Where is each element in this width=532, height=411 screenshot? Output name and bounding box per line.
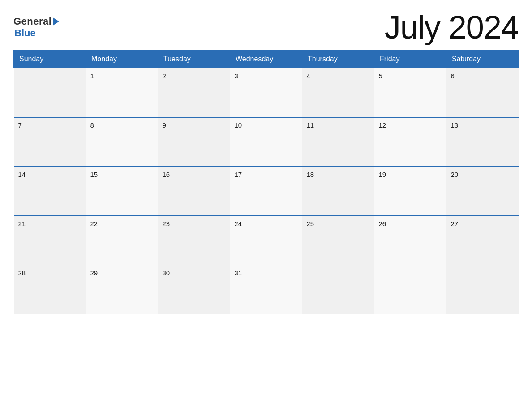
day-number: 9 bbox=[163, 121, 166, 129]
calendar-day-cell: 2 bbox=[158, 68, 230, 117]
day-number: 26 bbox=[379, 220, 386, 227]
calendar-day-cell: 26 bbox=[374, 216, 446, 265]
calendar-day-cell: 29 bbox=[86, 265, 158, 314]
calendar-day-cell: 25 bbox=[302, 216, 374, 265]
day-number: 6 bbox=[451, 72, 455, 80]
calendar-day-cell: 28 bbox=[14, 265, 86, 314]
day-number: 2 bbox=[163, 72, 166, 80]
day-number: 25 bbox=[307, 220, 314, 227]
day-number: 8 bbox=[90, 121, 94, 129]
logo-blue-row: Blue bbox=[13, 27, 36, 39]
day-number: 24 bbox=[235, 220, 242, 227]
day-number: 30 bbox=[163, 269, 170, 277]
header-monday: Monday bbox=[86, 51, 158, 68]
calendar-day-cell: 23 bbox=[158, 216, 230, 265]
logo-general-text: General bbox=[13, 16, 51, 27]
day-number: 15 bbox=[90, 171, 98, 178]
calendar-day-cell: 15 bbox=[86, 167, 158, 216]
calendar-day-cell bbox=[446, 265, 519, 314]
day-number: 21 bbox=[18, 220, 26, 227]
day-number: 20 bbox=[451, 171, 459, 178]
day-number: 17 bbox=[235, 171, 242, 178]
calendar-day-cell: 4 bbox=[302, 68, 374, 117]
calendar-day-cell: 24 bbox=[230, 216, 302, 265]
calendar-day-cell: 9 bbox=[158, 117, 230, 167]
day-number: 10 bbox=[235, 121, 242, 129]
calendar-day-cell: 12 bbox=[374, 117, 446, 167]
calendar-week-row: 21222324252627 bbox=[14, 216, 519, 265]
calendar-day-cell bbox=[302, 265, 374, 314]
page-header: General Blue July 2024 bbox=[13, 9, 519, 46]
day-number: 7 bbox=[18, 121, 22, 129]
header-friday: Friday bbox=[374, 51, 446, 68]
calendar-day-cell: 10 bbox=[230, 117, 302, 167]
logo: General Blue bbox=[13, 16, 59, 39]
day-number: 27 bbox=[451, 220, 459, 227]
day-number: 11 bbox=[307, 121, 314, 129]
header-sunday: Sunday bbox=[14, 51, 86, 68]
calendar-day-cell: 1 bbox=[86, 68, 158, 117]
calendar-day-cell: 8 bbox=[86, 117, 158, 167]
day-number: 3 bbox=[235, 72, 238, 80]
calendar-week-row: 28293031 bbox=[14, 265, 519, 314]
day-number: 19 bbox=[379, 171, 386, 178]
weekday-header-row: Sunday Monday Tuesday Wednesday Thursday… bbox=[14, 51, 519, 68]
header-tuesday: Tuesday bbox=[158, 51, 230, 68]
day-number: 29 bbox=[90, 269, 98, 277]
calendar-day-cell: 5 bbox=[374, 68, 446, 117]
header-thursday: Thursday bbox=[302, 51, 374, 68]
calendar-day-cell: 17 bbox=[230, 167, 302, 216]
calendar-day-cell: 13 bbox=[446, 117, 519, 167]
header-saturday: Saturday bbox=[446, 51, 519, 68]
calendar-day-cell bbox=[14, 68, 86, 117]
day-number: 12 bbox=[379, 121, 386, 129]
calendar-day-cell: 21 bbox=[14, 216, 86, 265]
day-number: 23 bbox=[163, 220, 170, 227]
calendar-day-cell: 6 bbox=[446, 68, 519, 117]
calendar-day-cell: 22 bbox=[86, 216, 158, 265]
calendar-day-cell: 27 bbox=[446, 216, 519, 265]
month-title: July 2024 bbox=[385, 9, 519, 46]
calendar-week-row: 14151617181920 bbox=[14, 167, 519, 216]
day-number: 16 bbox=[163, 171, 170, 178]
day-number: 13 bbox=[451, 121, 459, 129]
logo-blue-text: Blue bbox=[14, 27, 36, 39]
calendar-day-cell: 19 bbox=[374, 167, 446, 216]
header-wednesday: Wednesday bbox=[230, 51, 302, 68]
day-number: 4 bbox=[307, 72, 310, 80]
day-number: 22 bbox=[90, 220, 98, 227]
day-number: 5 bbox=[379, 72, 382, 80]
calendar-week-row: 123456 bbox=[14, 68, 519, 117]
calendar-table: Sunday Monday Tuesday Wednesday Thursday… bbox=[13, 50, 519, 314]
calendar-day-cell: 31 bbox=[230, 265, 302, 314]
day-number: 1 bbox=[90, 72, 94, 80]
calendar-week-row: 78910111213 bbox=[14, 117, 519, 167]
calendar-day-cell: 30 bbox=[158, 265, 230, 314]
day-number: 31 bbox=[235, 269, 242, 277]
day-number: 28 bbox=[18, 269, 26, 277]
calendar-day-cell: 11 bbox=[302, 117, 374, 167]
calendar-day-cell: 20 bbox=[446, 167, 519, 216]
calendar-day-cell: 18 bbox=[302, 167, 374, 216]
calendar-day-cell: 16 bbox=[158, 167, 230, 216]
calendar-day-cell: 14 bbox=[14, 167, 86, 216]
logo-triangle-icon bbox=[53, 17, 59, 26]
calendar-day-cell bbox=[374, 265, 446, 314]
logo-general-row: General bbox=[13, 16, 59, 27]
day-number: 18 bbox=[307, 171, 314, 178]
day-number: 14 bbox=[18, 171, 26, 178]
calendar-day-cell: 3 bbox=[230, 68, 302, 117]
calendar-day-cell: 7 bbox=[14, 117, 86, 167]
